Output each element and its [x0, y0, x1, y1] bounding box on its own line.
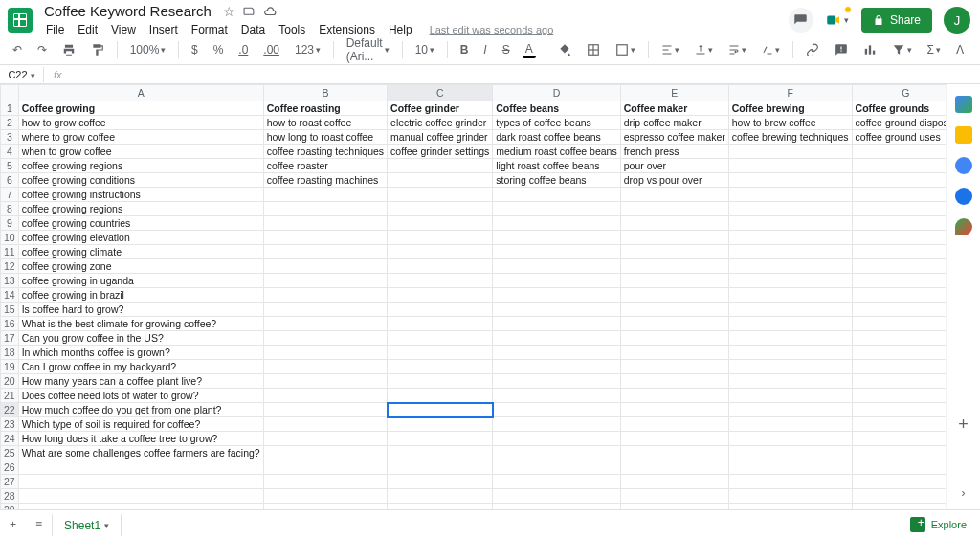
cell[interactable] — [852, 288, 946, 303]
cell[interactable] — [388, 303, 493, 317]
cell[interactable] — [493, 231, 620, 245]
row-header[interactable]: 15 — [1, 303, 19, 317]
cell[interactable] — [620, 317, 728, 331]
cell[interactable] — [493, 403, 620, 417]
cell[interactable]: coffee growing zone — [18, 259, 263, 274]
col-header[interactable]: F — [728, 85, 852, 101]
cell[interactable] — [493, 331, 620, 346]
all-sheets-icon[interactable]: ≡ — [26, 518, 52, 531]
cell[interactable] — [620, 489, 728, 504]
cell[interactable] — [263, 202, 387, 216]
explore-button[interactable]: Explore — [897, 517, 980, 532]
row-header[interactable]: 18 — [1, 346, 19, 360]
decrease-decimal-icon[interactable]: .0 — [235, 41, 251, 58]
cell[interactable]: Coffee roasting — [263, 101, 387, 116]
cell[interactable] — [852, 231, 946, 245]
cell[interactable]: coffee growing in brazil — [18, 288, 263, 303]
cell[interactable] — [263, 360, 387, 374]
col-header[interactable]: G — [852, 85, 946, 101]
cell[interactable] — [728, 460, 852, 475]
cell[interactable] — [852, 460, 946, 475]
bold-icon[interactable]: B — [457, 41, 472, 58]
cell[interactable] — [263, 489, 387, 504]
cell[interactable]: where to grow coffee — [18, 130, 263, 145]
cell[interactable]: coffee growing in uganda — [18, 274, 263, 288]
cell[interactable] — [493, 188, 620, 202]
cell[interactable] — [18, 489, 263, 504]
cell[interactable] — [728, 159, 852, 173]
name-box[interactable]: C22 ▾ — [0, 67, 44, 82]
row-header[interactable]: 16 — [1, 317, 19, 331]
row-header[interactable]: 29 — [1, 504, 19, 510]
cell[interactable]: coffee roaster — [263, 159, 387, 173]
cell[interactable]: coffee ground disposal — [852, 116, 946, 130]
font-select[interactable]: Default (Ari... ▾ — [344, 34, 392, 65]
cell[interactable] — [620, 259, 728, 274]
col-header[interactable]: A — [18, 85, 263, 101]
select-all-corner[interactable] — [1, 85, 19, 101]
calendar-icon[interactable] — [955, 96, 972, 113]
row-header[interactable]: 10 — [1, 231, 19, 245]
cell[interactable] — [493, 288, 620, 303]
cell[interactable]: drop vs pour over — [620, 173, 728, 188]
cell[interactable] — [620, 288, 728, 303]
row-header[interactable]: 19 — [1, 360, 19, 374]
cell[interactable]: Is coffee hard to grow? — [18, 303, 263, 317]
cell[interactable]: how to brew coffee — [728, 116, 852, 130]
format-currency-icon[interactable]: $ — [189, 41, 201, 58]
cell[interactable] — [388, 173, 493, 188]
cell[interactable] — [388, 188, 493, 202]
row-header[interactable]: 24 — [1, 432, 19, 446]
cell[interactable]: dark roast coffee beans — [493, 130, 620, 145]
cell[interactable] — [620, 504, 728, 510]
cell[interactable] — [728, 173, 852, 188]
cell[interactable] — [728, 504, 852, 510]
cell[interactable] — [620, 403, 728, 417]
cell[interactable]: coffee roasting techniques — [263, 145, 387, 159]
tasks-icon[interactable] — [955, 157, 972, 174]
cell[interactable] — [388, 374, 493, 389]
row-header[interactable]: 2 — [1, 116, 19, 130]
hide-panel-icon[interactable]: › — [962, 486, 966, 500]
cell[interactable] — [263, 504, 387, 510]
row-header[interactable]: 25 — [1, 446, 19, 460]
cell[interactable]: Coffee beans — [493, 101, 620, 116]
cell[interactable] — [852, 145, 946, 159]
cell[interactable]: storing coffee beans — [493, 173, 620, 188]
cell[interactable] — [493, 274, 620, 288]
cell[interactable]: How many years can a coffee plant live? — [18, 374, 263, 389]
cell[interactable] — [852, 216, 946, 231]
cell[interactable] — [620, 188, 728, 202]
fill-color-icon[interactable] — [555, 41, 574, 58]
cell[interactable] — [263, 432, 387, 446]
cell[interactable]: coffee growing regions — [18, 159, 263, 173]
cell[interactable] — [388, 202, 493, 216]
cell[interactable] — [388, 274, 493, 288]
cell[interactable] — [388, 389, 493, 403]
cell[interactable] — [493, 374, 620, 389]
row-header[interactable]: 13 — [1, 274, 19, 288]
cell[interactable]: coffee growing climate — [18, 245, 263, 259]
cell[interactable] — [728, 202, 852, 216]
cell[interactable]: drip coffee maker — [620, 116, 728, 130]
cell[interactable] — [852, 446, 946, 460]
cell[interactable]: espresso coffee maker — [620, 130, 728, 145]
cell[interactable] — [493, 489, 620, 504]
cell[interactable]: What are some challenges coffee farmers … — [18, 446, 263, 460]
cell[interactable] — [728, 245, 852, 259]
cell[interactable]: pour over — [620, 159, 728, 173]
cell[interactable]: Can I grow coffee in my backyard? — [18, 360, 263, 374]
cell[interactable] — [263, 245, 387, 259]
move-icon[interactable] — [243, 5, 256, 17]
cell[interactable] — [388, 159, 493, 173]
cell[interactable] — [493, 346, 620, 360]
cell[interactable] — [388, 446, 493, 460]
cell[interactable] — [620, 274, 728, 288]
cell[interactable] — [263, 188, 387, 202]
cell[interactable]: how to grow coffee — [18, 116, 263, 130]
comment-history-icon[interactable] — [789, 8, 813, 33]
cell[interactable] — [388, 460, 493, 475]
format-percent-icon[interactable]: % — [211, 41, 227, 58]
cell[interactable] — [388, 317, 493, 331]
row-header[interactable]: 20 — [1, 374, 19, 389]
